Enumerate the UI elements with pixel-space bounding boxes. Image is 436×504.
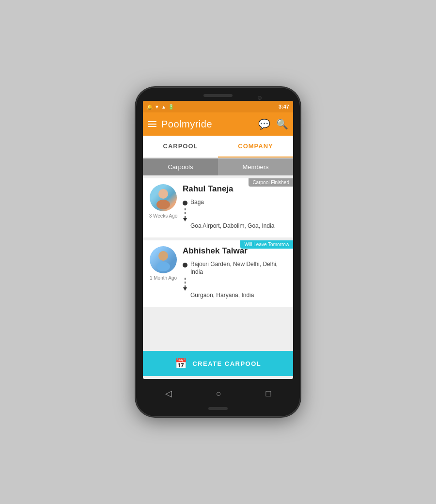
menu-button[interactable] [148,121,156,127]
app-toolbar: Poolmyride 💬 🔍 [143,112,293,136]
phone-camera [258,96,262,100]
chat-icon[interactable]: 💬 [258,118,270,130]
tab-company[interactable]: COMPANY [218,136,293,158]
avatar-1 [150,184,177,211]
content-area: Carpool Finished 3 Weeks Ago Rahul Tanej… [143,175,293,379]
main-tabs: CARPOOL COMPANY [143,136,293,158]
alarm-icon: 🔔 [147,104,153,110]
svg-point-0 [158,189,168,199]
time-ago-1: 3 Weeks Ago [149,213,178,219]
sub-tabs: Carpools Members [143,158,293,175]
status-bar: 🔔 ▼ ▲ 🔋 3:47 [143,101,293,112]
phone-speaker [203,94,233,97]
route-from-text-2: Rajouri Garden, New Delhi, Delhi, India [190,261,287,276]
recent-button[interactable]: □ [265,389,271,399]
sub-tab-members[interactable]: Members [218,158,293,175]
sub-tab-carpools[interactable]: Carpools [143,158,218,175]
card-body-2: 1 Month Ago Abhishek Talwar Rajouri Gard… [149,246,287,300]
toolbar-left: Poolmyride [148,119,212,130]
status-right: 3:47 [279,104,289,110]
status-left: 🔔 ▼ ▲ 🔋 [147,104,174,110]
avatar-col-1: 3 Weeks Ago [149,184,178,219]
wifi-icon: ▼ [155,104,159,110]
route-dot-from-1 [183,201,187,205]
status-time: 3:47 [279,104,289,110]
phone-nav: ◁ ○ □ [143,383,293,404]
svg-point-3 [156,262,170,271]
svg-point-2 [158,251,168,261]
card-body-1: 3 Weeks Ago Rahul Taneja Baga [149,184,287,231]
card-info-2: Abhishek Talwar Rajouri Garden, New Delh… [183,246,287,300]
time-ago-2: 1 Month Ago [150,275,177,281]
phone-device: 🔔 ▼ ▲ 🔋 3:47 Poolmyride 💬 🔍 [136,87,300,417]
content-spacer [143,310,293,348]
route-to-row-1: Goa Airport, Dabolim, Goa, India [183,222,287,230]
tab-carpool[interactable]: CARPOOL [143,136,218,158]
search-icon[interactable]: 🔍 [276,118,288,130]
status-badge-2: Will Leave Tomorrow [240,240,293,249]
route-from-text-1: Baga [190,199,204,206]
home-button[interactable]: ○ [216,389,221,399]
route-1: Baga Goa Airport, Dabolim, Goa, Ind [183,199,287,231]
carpool-card-2[interactable]: Will Leave Tomorrow 1 Month Ago Abhishek… [143,240,293,307]
status-badge-1: Carpool Finished [249,178,293,187]
toolbar-right: 💬 🔍 [258,118,288,130]
route-to-row-2: Gurgaon, Haryana, India [183,292,287,299]
route-dot-from-2 [183,263,187,268]
route-from-row-2: Rajouri Garden, New Delhi, Delhi, India [183,261,287,276]
create-carpool-icon: 📅 [175,358,188,369]
route-2: Rajouri Garden, New Delhi, Delhi, India [183,261,287,300]
create-carpool-label: CREATE CARPOOL [192,360,261,367]
avatar-col-2: 1 Month Ago [149,246,178,281]
battery-icon: 🔋 [168,104,174,110]
route-from-row-1: Baga [183,199,287,206]
phone-screen: 🔔 ▼ ▲ 🔋 3:47 Poolmyride 💬 🔍 [143,101,293,379]
route-to-text-1: Goa Airport, Dabolim, Goa, India [190,222,274,230]
svg-point-1 [156,200,170,209]
carpool-card-1[interactable]: Carpool Finished 3 Weeks Ago Rahul Tanej… [143,178,293,237]
card-info-1: Rahul Taneja Baga [183,184,287,231]
avatar-2 [150,246,177,273]
app-title: Poolmyride [161,119,212,130]
signal-icon: ▲ [161,104,166,110]
create-carpool-button[interactable]: 📅 CREATE CARPOOL [143,351,293,376]
route-to-text-2: Gurgaon, Haryana, India [190,292,254,299]
phone-home-bar [208,407,228,410]
back-button[interactable]: ◁ [165,388,172,399]
